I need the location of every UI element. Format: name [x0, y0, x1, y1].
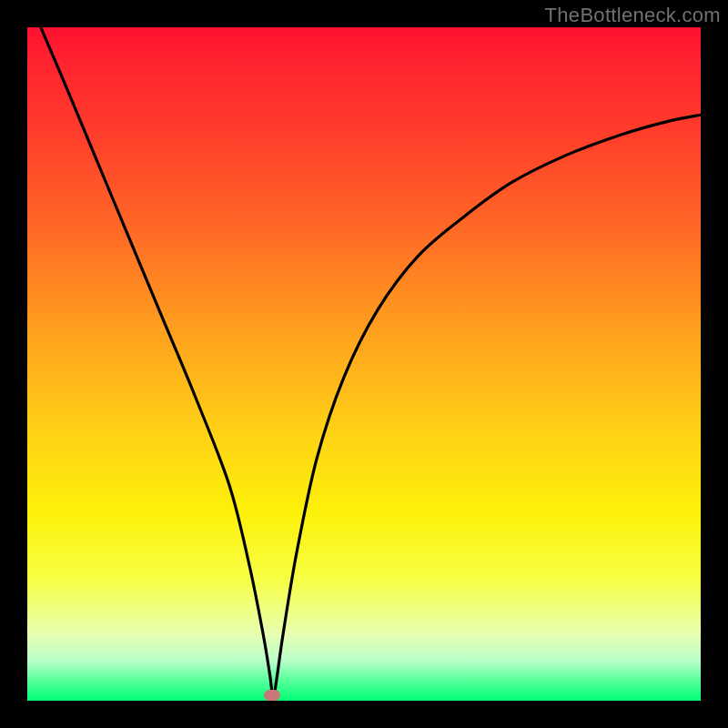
- chart-frame: TheBottleneck.com: [0, 0, 728, 728]
- plot-area: [27, 27, 701, 701]
- optimum-marker: [264, 690, 280, 701]
- bottleneck-curve: [27, 27, 701, 701]
- attribution-text: TheBottleneck.com: [545, 4, 721, 27]
